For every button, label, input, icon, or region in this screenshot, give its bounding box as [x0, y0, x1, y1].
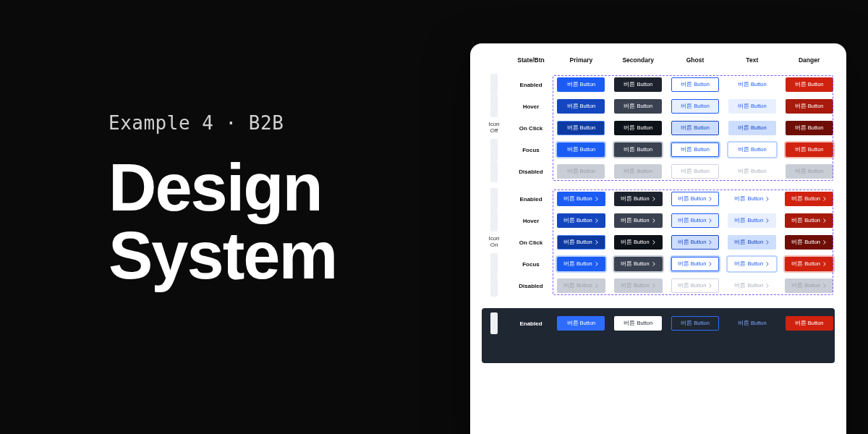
text-button-hover-icon[interactable]: 버튼 Button [728, 213, 776, 228]
danger-button-focus-icon[interactable]: 버튼 Button [785, 257, 833, 271]
danger-button-disabled-icon[interactable]: 버튼 Button [785, 278, 833, 293]
button-label: 버튼 Button [738, 81, 767, 88]
headline-line-2: System [109, 222, 336, 290]
group-bar [490, 161, 498, 182]
primary-button-disabled[interactable]: 버튼 Button [557, 164, 605, 179]
chevron-right-icon [765, 197, 770, 201]
cell-primary-enabled: 버튼 Button [556, 188, 607, 210]
ghost-button-enabled[interactable]: 버튼 Button [671, 77, 719, 92]
ghost-button-focus[interactable]: 버튼 Button [671, 142, 719, 157]
ghost-button-enabled-icon[interactable]: 버튼 Button [671, 192, 720, 206]
chevron-right-icon [765, 284, 770, 288]
ghost-button-enabled[interactable]: 버튼 Button [671, 316, 719, 331]
button-label: 버튼 Button [791, 260, 820, 268]
chevron-right-icon [595, 218, 599, 223]
secondary-button-enabled-icon[interactable]: 버튼 Button [614, 192, 663, 206]
button-label: 버튼 Button [563, 260, 592, 268]
primary-button-hover-icon[interactable]: 버튼 Button [557, 213, 605, 228]
ghost-button-hover[interactable]: 버튼 Button [671, 99, 719, 114]
primary-button-enabled-icon[interactable]: 버튼 Button [557, 192, 605, 206]
header-danger: Danger [783, 56, 835, 68]
secondary-button-disabled-icon[interactable]: 버튼 Button [614, 278, 663, 293]
primary-button-enabled[interactable]: 버튼 Button [557, 316, 605, 331]
cell-secondary-click: 버튼 Button [613, 231, 664, 253]
button-label: 버튼 Button [795, 103, 824, 110]
text-button-click[interactable]: 버튼 Button [728, 121, 776, 135]
secondary-button-click[interactable]: 버튼 Button [614, 121, 662, 135]
group-bar [490, 139, 498, 161]
ghost-button-focus-icon[interactable]: 버튼 Button [671, 257, 720, 271]
button-label: 버튼 Button [567, 168, 596, 175]
text-button-disabled[interactable]: 버튼 Button [728, 164, 776, 179]
button-label: 버튼 Button [567, 103, 596, 110]
button-label: 버튼 Button [678, 260, 707, 268]
group-label: Icon On [488, 236, 499, 249]
cell-danger-hover: 버튼 Button [783, 95, 835, 117]
secondary-button-enabled[interactable]: 버튼 Button [614, 316, 662, 331]
primary-button-click[interactable]: 버튼 Button [557, 121, 605, 135]
ghost-button-disabled-icon[interactable]: 버튼 Button [671, 278, 720, 293]
secondary-button-disabled[interactable]: 버튼 Button [614, 164, 662, 179]
chevron-right-icon [652, 240, 656, 244]
danger-button-enabled-icon[interactable]: 버튼 Button [785, 192, 833, 206]
ghost-button-click-icon[interactable]: 버튼 Button [671, 235, 720, 250]
text-button-enabled[interactable]: 버튼 Button [728, 77, 776, 92]
text-button-focus-icon[interactable]: 버튼 Button [728, 257, 776, 271]
button-label: 버튼 Button [734, 195, 763, 203]
cell-danger-disabled: 버튼 Button [783, 161, 835, 182]
headline: Design System [109, 154, 336, 290]
text-button-click-icon[interactable]: 버튼 Button [728, 235, 776, 250]
ghost-button-click[interactable]: 버튼 Button [671, 121, 719, 135]
primary-button-enabled[interactable]: 버튼 Button [557, 77, 605, 92]
secondary-button-focus-icon[interactable]: 버튼 Button [614, 257, 663, 271]
button-label: 버튼 Button [624, 320, 652, 327]
primary-button-hover[interactable]: 버튼 Button [557, 99, 605, 114]
danger-button-focus[interactable]: 버튼 Button [786, 142, 833, 157]
button-label: 버튼 Button [567, 124, 596, 132]
chevron-right-icon [652, 284, 656, 288]
text-button-disabled-icon[interactable]: 버튼 Button [728, 278, 776, 293]
ghost-button-disabled[interactable]: 버튼 Button [671, 164, 719, 179]
row-label-click: On Click [512, 117, 550, 139]
danger-button-click[interactable]: 버튼 Button [786, 121, 833, 135]
danger-button-hover-icon[interactable]: 버튼 Button [785, 213, 833, 228]
danger-button-enabled[interactable]: 버튼 Button [786, 316, 833, 331]
secondary-button-enabled[interactable]: 버튼 Button [614, 77, 662, 92]
cell-secondary-focus: 버튼 Button [613, 253, 664, 275]
group-bar [490, 253, 498, 275]
primary-button-focus[interactable]: 버튼 Button [557, 142, 605, 157]
button-label: 버튼 Button [624, 103, 652, 110]
secondary-button-click-icon[interactable]: 버튼 Button [614, 235, 663, 250]
text-button-enabled[interactable]: 버튼 Button [728, 316, 776, 331]
primary-button-click-icon[interactable]: 버튼 Button [557, 235, 605, 250]
primary-button-disabled-icon[interactable]: 버튼 Button [557, 278, 605, 293]
danger-button-click-icon[interactable]: 버튼 Button [785, 235, 833, 250]
button-label: 버튼 Button [791, 239, 820, 246]
ghost-button-hover-icon[interactable]: 버튼 Button [671, 213, 720, 228]
cell-primary-focus: 버튼 Button [556, 139, 607, 161]
chevron-right-icon [595, 284, 599, 288]
secondary-button-hover-icon[interactable]: 버튼 Button [614, 213, 663, 228]
danger-button-enabled[interactable]: 버튼 Button [786, 77, 833, 92]
text-button-hover[interactable]: 버튼 Button [728, 99, 776, 114]
cell-ghost-hover: 버튼 Button [670, 95, 721, 117]
secondary-button-hover[interactable]: 버튼 Button [614, 99, 662, 114]
cell-text-disabled: 버튼 Button [726, 161, 778, 182]
danger-button-disabled[interactable]: 버튼 Button [786, 164, 833, 179]
chevron-right-icon [822, 218, 827, 223]
button-label: 버튼 Button [621, 282, 650, 289]
text-button-focus[interactable]: 버튼 Button [728, 142, 776, 157]
text-button-enabled-icon[interactable]: 버튼 Button [728, 192, 776, 206]
danger-button-hover[interactable]: 버튼 Button [786, 99, 833, 114]
button-label: 버튼 Button [621, 239, 650, 246]
cell-primary-disabled: 버튼 Button [556, 275, 607, 297]
secondary-button-focus[interactable]: 버튼 Button [614, 142, 662, 157]
primary-button-focus-icon[interactable]: 버튼 Button [557, 257, 605, 271]
button-label: 버튼 Button [795, 124, 824, 132]
cell-text-disabled: 버튼 Button [726, 275, 778, 297]
row-label-hover: Hover [512, 210, 550, 231]
group-bar [490, 275, 498, 297]
cell-ghost-click: 버튼 Button [670, 231, 721, 253]
cell-primary-hover: 버튼 Button [556, 95, 607, 117]
cell-text-focus: 버튼 Button [726, 253, 778, 275]
